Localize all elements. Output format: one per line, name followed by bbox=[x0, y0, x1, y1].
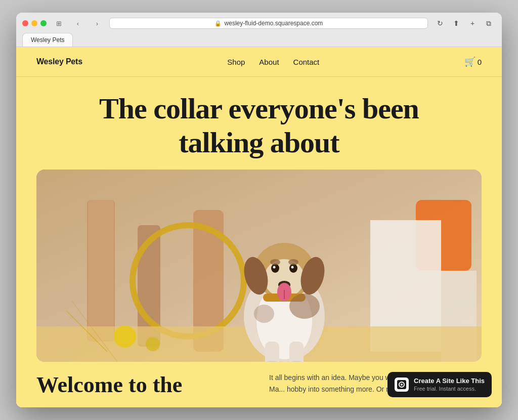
active-tab[interactable]: Wesley Pets bbox=[22, 33, 73, 47]
svg-point-11 bbox=[146, 337, 160, 351]
cart-count: 0 bbox=[478, 58, 482, 66]
svg-point-35 bbox=[254, 305, 274, 323]
nav-shop-link[interactable]: Shop bbox=[227, 58, 245, 66]
traffic-lights bbox=[22, 20, 47, 26]
squarespace-badge[interactable]: Create A Site Like This Free trial. Inst… bbox=[387, 372, 492, 397]
hero-title-line1: The collar everyone's been bbox=[99, 92, 419, 125]
duplicate-button[interactable]: ⧉ bbox=[482, 18, 496, 29]
svg-rect-31 bbox=[289, 342, 304, 362]
site-nav: Wesley Pets Shop About Contact 🛒 0 bbox=[16, 47, 502, 77]
hero-title-line2: talking about bbox=[179, 126, 339, 159]
squarespace-icon bbox=[398, 381, 405, 388]
nav-links: Shop About Contact bbox=[227, 58, 319, 66]
lock-icon: 🔒 bbox=[214, 20, 222, 27]
badge-sub-text: Free trial. Instant access. bbox=[414, 386, 485, 392]
share-button[interactable]: ⬆ bbox=[449, 18, 463, 29]
forward-button[interactable]: › bbox=[90, 18, 104, 29]
cart-button[interactable]: 🛒 0 bbox=[464, 56, 482, 67]
svg-rect-30 bbox=[265, 342, 279, 362]
hero-section: The collar everyone's been talking about bbox=[16, 77, 502, 170]
hero-title: The collar everyone's been talking about bbox=[36, 92, 482, 159]
url-text: wesley-fluid-demo.squarespace.com bbox=[225, 20, 323, 27]
minimize-button[interactable] bbox=[31, 20, 37, 26]
svg-point-10 bbox=[114, 325, 136, 348]
svg-point-34 bbox=[289, 293, 320, 319]
browser-window: ⊞ ‹ › 🔒 wesley-fluid-demo.squarespace.co… bbox=[16, 13, 502, 407]
sidebar-toggle-button[interactable]: ⊞ bbox=[52, 18, 66, 29]
close-button[interactable] bbox=[22, 20, 28, 26]
bottom-heading-text: Welcome to the bbox=[36, 372, 182, 397]
svg-point-21 bbox=[273, 266, 276, 269]
badge-main-text: Create A Site Like This bbox=[414, 377, 485, 386]
scene-svg bbox=[36, 170, 482, 362]
maximize-button[interactable] bbox=[40, 20, 47, 26]
cart-icon: 🛒 bbox=[464, 56, 476, 67]
hero-image bbox=[36, 170, 482, 362]
squarespace-logo-inner bbox=[397, 380, 406, 389]
site-content: Wesley Pets Shop About Contact 🛒 0 The c… bbox=[16, 47, 502, 407]
svg-point-39 bbox=[401, 384, 403, 386]
tab-title: Wesley Pets bbox=[31, 36, 64, 44]
new-tab-button[interactable]: + bbox=[465, 18, 480, 29]
bottom-heading: Welcome to the bbox=[36, 372, 249, 399]
nav-contact-link[interactable]: Contact bbox=[293, 58, 320, 66]
address-bar[interactable]: 🔒 wesley-fluid-demo.squarespace.com bbox=[109, 18, 428, 29]
svg-point-23 bbox=[270, 259, 280, 265]
browser-actions: ↻ ⬆ + ⧉ bbox=[433, 18, 496, 29]
badge-text-container: Create A Site Like This Free trial. Inst… bbox=[414, 377, 485, 392]
nav-about-link[interactable]: About bbox=[259, 58, 279, 66]
reload-button[interactable]: ↻ bbox=[433, 18, 447, 29]
site-logo[interactable]: Wesley Pets bbox=[36, 57, 82, 66]
svg-point-24 bbox=[288, 259, 298, 265]
back-button[interactable]: ‹ bbox=[71, 18, 85, 29]
svg-point-22 bbox=[291, 266, 294, 269]
svg-rect-2 bbox=[88, 200, 114, 342]
browser-chrome: ⊞ ‹ › 🔒 wesley-fluid-demo.squarespace.co… bbox=[16, 13, 502, 47]
squarespace-logo bbox=[395, 377, 409, 392]
